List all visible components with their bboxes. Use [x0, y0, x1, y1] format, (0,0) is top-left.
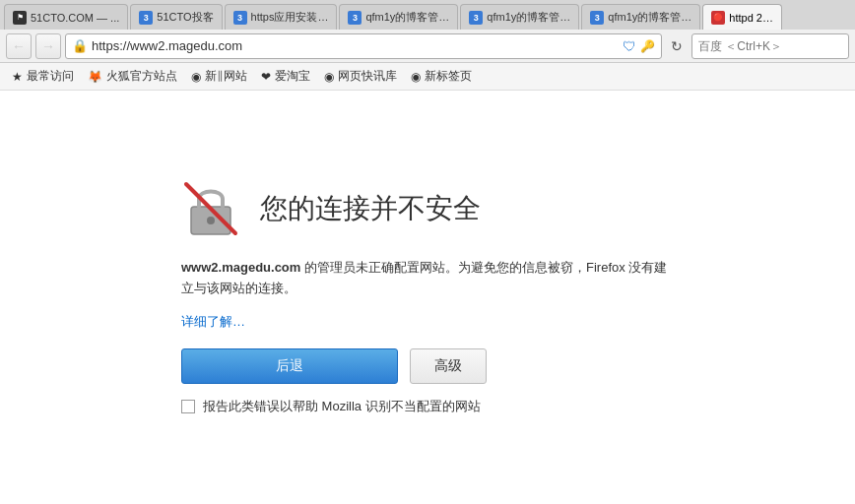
error-container: 您的连接并不安全 www2.magedu.com 的管理员未正确配置网站。为避免…: [181, 159, 674, 435]
tab-51cto[interactable]: ⚑ 51CTO.COM — ...: [4, 4, 128, 30]
nav-bar: ← → 🔒 🛡 🔑 ↻: [0, 30, 855, 63]
tab-https[interactable]: 3 https应用安装…: [225, 4, 338, 30]
tab-51cto-touken[interactable]: 3 51CTO投客: [130, 4, 222, 30]
bookmark-icon-wangye: ◉: [324, 70, 334, 84]
report-checkbox-label: 报告此类错误以帮助 Mozilla 识别不当配置的网站: [203, 398, 481, 415]
back-button[interactable]: ←: [6, 33, 32, 59]
search-input[interactable]: [698, 39, 842, 53]
tab-label-1: 51CTO.COM — ...: [31, 12, 119, 24]
tab-label-7: httpd 2…: [729, 12, 773, 24]
bookmark-label-zuichang: 最常访问: [27, 68, 74, 85]
learn-more-link[interactable]: 详细了解…: [181, 314, 245, 329]
error-checkbox-row: 报告此类错误以帮助 Mozilla 识别不当配置的网站: [181, 398, 674, 415]
bookmarks-bar: ★ 最常访问 🦊 火狐官方站点 ◉ 新∥网站 ❤ 爱淘宝 ◉ 网页快讯库 ◉ 新…: [0, 63, 855, 91]
tab-qfm1y-3[interactable]: 3 qfm1y的博客管…: [581, 4, 700, 30]
forward-button[interactable]: →: [35, 33, 61, 59]
bookmark-zuichang[interactable]: ★ 最常访问: [6, 66, 80, 88]
tab-favicon-qfm1y-1: 3: [348, 11, 362, 25]
bookmark-new-site[interactable]: ◉ 新∥网站: [185, 66, 253, 88]
tab-favicon-httpd: 🔴: [711, 11, 725, 25]
error-header: 您的连接并不安全: [181, 179, 674, 238]
error-title: 您的连接并不安全: [260, 190, 481, 227]
tab-favicon-qfm1y-2: 3: [469, 11, 483, 25]
tab-label-3: https应用安装…: [251, 10, 329, 25]
bookmark-icon-firefox: 🦊: [88, 70, 102, 84]
error-buttons: 后退 高级: [181, 348, 674, 384]
back-button-main[interactable]: 后退: [181, 348, 398, 384]
address-bar: 🔒 🛡 🔑: [65, 33, 662, 59]
tab-favicon-51cto: ⚑: [13, 11, 27, 25]
main-content: 您的连接并不安全 www2.magedu.com 的管理员未正确配置网站。为避免…: [0, 91, 855, 504]
bookmark-label-new-tab: 新标签页: [425, 68, 472, 85]
tab-qfm1y-2[interactable]: 3 qfm1y的博客管…: [460, 4, 579, 30]
error-lock-icon: [181, 179, 240, 238]
bookmark-aitaobao[interactable]: ❤ 爱淘宝: [255, 66, 316, 88]
tab-favicon-https: 3: [233, 11, 247, 25]
tab-bar: ⚑ 51CTO.COM — ... 3 51CTO投客 3 https应用安装……: [0, 0, 855, 30]
bookmark-label-firefox: 火狐官方站点: [106, 68, 177, 85]
bookmark-label-wangye: 网页快讯库: [338, 68, 397, 85]
bookmark-icon-aitaobao: ❤: [261, 70, 271, 84]
bookmark-icon-zuichang: ★: [12, 70, 23, 84]
bookmark-label-new-site: 新∥网站: [205, 68, 247, 85]
bookmark-wangye[interactable]: ◉ 网页快讯库: [318, 66, 403, 88]
bookmark-label-aitaobao: 爱淘宝: [275, 68, 310, 85]
bookmark-firefox[interactable]: 🦊 火狐官方站点: [82, 66, 183, 88]
tab-label-4: qfm1y的博客管…: [365, 10, 449, 25]
tab-label-6: qfm1y的博客管…: [608, 10, 691, 25]
svg-point-1: [207, 217, 215, 224]
tab-httpd[interactable]: 🔴 httpd 2…: [702, 4, 782, 30]
advanced-button[interactable]: 高级: [410, 348, 487, 384]
shield-icon: 🛡: [623, 38, 636, 54]
bookmark-new-tab[interactable]: ◉ 新标签页: [405, 66, 478, 88]
lock-icon: 🔒: [72, 38, 88, 53]
report-checkbox[interactable]: [181, 400, 195, 413]
tab-qfm1y-1[interactable]: 3 qfm1y的博客管…: [339, 4, 458, 30]
bookmark-icon-new-site: ◉: [191, 70, 201, 84]
tab-label-5: qfm1y的博客管…: [487, 10, 570, 25]
search-bar: [691, 33, 849, 59]
tab-favicon-51cto-touken: 3: [139, 11, 153, 25]
url-input[interactable]: [92, 38, 619, 53]
error-body: www2.magedu.com 的管理员未正确配置网站。为避免您的信息被窃，Fi…: [181, 258, 674, 415]
key-icon: 🔑: [640, 39, 655, 53]
error-description: www2.magedu.com 的管理员未正确配置网站。为避免您的信息被窃，Fi…: [181, 258, 674, 299]
reload-button[interactable]: ↻: [666, 35, 688, 57]
tab-label-2: 51CTO投客: [157, 10, 213, 25]
error-domain: www2.magedu.com: [181, 260, 300, 275]
bookmark-icon-new-tab: ◉: [411, 70, 421, 84]
tab-favicon-qfm1y-3: 3: [590, 11, 604, 25]
